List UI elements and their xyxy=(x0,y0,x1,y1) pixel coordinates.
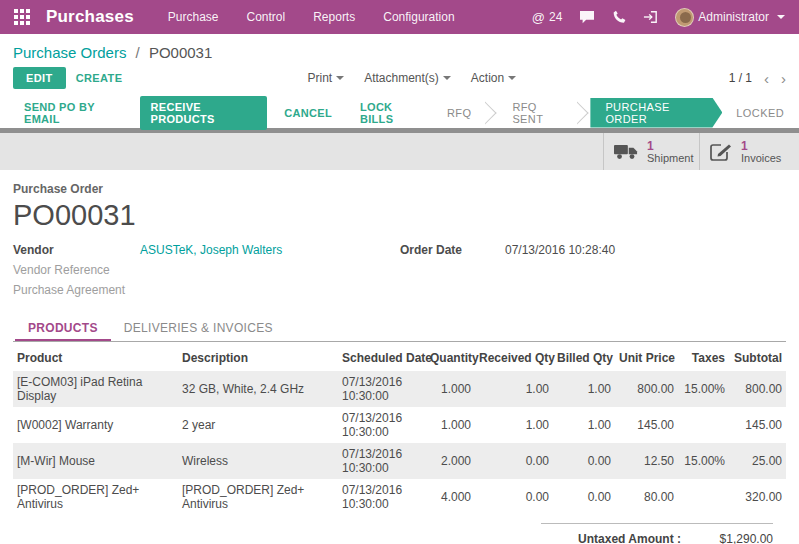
chevron-down-icon xyxy=(443,76,451,84)
col-unit-price: Unit Price xyxy=(615,344,678,371)
main-menu: Purchase Control Reports Configuration xyxy=(168,10,455,24)
vendor-link[interactable]: ASUSTeK, Joseph Walters xyxy=(140,243,282,258)
send-po-by-email-button[interactable]: SEND PO BY EMAIL xyxy=(13,96,134,130)
state-rfq-sent[interactable]: RFQ SENT xyxy=(498,98,577,128)
lock-bills-button[interactable]: LOCK BILLS xyxy=(349,96,433,130)
breadcrumb-current: PO00031 xyxy=(149,44,212,61)
avatar xyxy=(675,8,694,27)
edit-button[interactable]: EDIT xyxy=(13,67,66,89)
shipment-count: 1 xyxy=(647,140,693,152)
attachments-menu[interactable]: Attachment(s) xyxy=(364,71,451,85)
cell-billed-qty: 1.00 xyxy=(553,407,615,443)
cell-billed-qty: 0.00 xyxy=(553,443,615,479)
invoices-count: 1 xyxy=(741,140,781,152)
at-icon: @ xyxy=(532,10,545,25)
table-row[interactable]: [W0002] Warranty 2 year 07/13/201610:30:… xyxy=(13,407,786,443)
pager-previous-icon[interactable]: ‹ xyxy=(764,71,769,86)
cell-quantity: 1.000 xyxy=(426,407,475,443)
menu-purchase[interactable]: Purchase xyxy=(168,10,219,24)
breadcrumb-parent-link[interactable]: Purchase Orders xyxy=(13,44,126,61)
receive-products-button[interactable]: RECEIVE PRODUCTS xyxy=(140,96,268,130)
document-type-label: Purchase Order xyxy=(13,182,786,196)
create-button[interactable]: CREATE xyxy=(66,67,133,89)
tab-deliveries-invoices[interactable]: DELIVERIES & INVOICES xyxy=(111,314,286,341)
pager-next-icon[interactable]: › xyxy=(781,71,786,86)
cell-product: [W0002] Warranty xyxy=(13,407,178,443)
cell-quantity: 2.000 xyxy=(426,443,475,479)
form-sheet: Purchase Order PO00031 Vendor ASUSTeK, J… xyxy=(0,170,799,544)
chat-icon[interactable] xyxy=(579,10,595,24)
cell-quantity: 1.000 xyxy=(426,371,475,407)
col-description: Description xyxy=(178,344,338,371)
chevron-down-icon xyxy=(777,15,785,23)
table-row[interactable]: [E-COM03] iPad Retina Display 32 GB, Whi… xyxy=(13,371,786,407)
cancel-button[interactable]: CANCEL xyxy=(273,102,343,124)
totals-panel: Untaxed Amount : $1,290.00 Taxes : $123.… xyxy=(541,523,773,544)
navbar-right: @ 24 Administrator xyxy=(532,8,785,27)
chevron-down-icon xyxy=(508,76,516,84)
control-panel: Purchase Orders / PO00031 EDIT CREATE Pr… xyxy=(0,34,799,97)
invoices-stat-button[interactable]: 1 Invoices xyxy=(699,133,795,170)
order-date-value: 07/13/2016 10:28:40 xyxy=(505,243,615,258)
col-received-qty: Received Qty xyxy=(475,344,553,371)
cell-unit-price: 12.50 xyxy=(615,443,678,479)
breadcrumb-separator: / xyxy=(136,44,140,61)
vendor-reference-label: Vendor Reference xyxy=(13,263,140,278)
menu-configuration[interactable]: Configuration xyxy=(383,10,454,24)
cell-scheduled-date: 07/13/201610:30:00 xyxy=(338,443,426,479)
phone-icon[interactable] xyxy=(612,10,626,24)
table-row[interactable]: [PROD_ORDER] Zed+ Antivirus [PROD_ORDER]… xyxy=(13,479,786,515)
shipment-label: Shipment xyxy=(647,152,693,164)
statusbar: SEND PO BY EMAIL RECEIVE PRODUCTS CANCEL… xyxy=(0,97,799,128)
state-rfq[interactable]: RFQ xyxy=(433,98,485,128)
print-menu[interactable]: Print xyxy=(307,71,344,85)
table-row[interactable]: [M-Wir] Mouse Wireless 07/13/201610:30:0… xyxy=(13,443,786,479)
col-subtotal: Subtotal xyxy=(729,344,786,371)
user-menu[interactable]: Administrator xyxy=(675,8,785,27)
cell-taxes xyxy=(678,407,729,443)
vendor-label: Vendor xyxy=(13,243,140,258)
cell-subtotal: 800.00 xyxy=(729,371,786,407)
cell-quantity: 4.000 xyxy=(426,479,475,515)
cell-billed-qty: 0.00 xyxy=(553,479,615,515)
messages-counter[interactable]: @ 24 xyxy=(532,10,563,25)
order-date-label: Order Date xyxy=(400,243,505,258)
invoice-icon xyxy=(710,143,732,161)
cell-received-qty: 1.00 xyxy=(475,407,553,443)
untaxed-amount-label: Untaxed Amount : xyxy=(541,532,695,544)
cell-subtotal: 25.00 xyxy=(729,443,786,479)
menu-reports[interactable]: Reports xyxy=(313,10,355,24)
cell-product: [E-COM03] iPad Retina Display xyxy=(13,371,178,407)
user-name: Administrator xyxy=(698,10,769,24)
menu-control[interactable]: Control xyxy=(247,10,286,24)
cell-scheduled-date: 07/13/201610:30:00 xyxy=(338,407,426,443)
cell-scheduled-date: 07/13/201610:30:00 xyxy=(338,479,426,515)
apps-grid-icon[interactable] xyxy=(14,9,30,25)
notebook-tabs: PRODUCTS DELIVERIES & INVOICES xyxy=(13,314,786,342)
state-locked[interactable]: LOCKED xyxy=(722,98,798,128)
top-navbar: Purchases Purchase Control Reports Confi… xyxy=(0,0,799,34)
cell-description: 32 GB, White, 2.4 GHz xyxy=(178,371,338,407)
cell-billed-qty: 1.00 xyxy=(553,371,615,407)
sign-out-icon[interactable] xyxy=(643,10,658,24)
cell-product: [M-Wir] Mouse xyxy=(13,443,178,479)
messages-count: 24 xyxy=(549,10,562,24)
shipment-stat-button[interactable]: 1 Shipment xyxy=(603,133,699,170)
totals-separator xyxy=(541,523,773,524)
action-menu[interactable]: Action xyxy=(471,71,516,85)
col-billed-qty: Billed Qty xyxy=(553,344,615,371)
tab-products[interactable]: PRODUCTS xyxy=(15,314,111,341)
cell-description: 2 year xyxy=(178,407,338,443)
cell-received-qty: 0.00 xyxy=(475,443,553,479)
invoices-label: Invoices xyxy=(741,152,781,164)
app-name[interactable]: Purchases xyxy=(46,7,134,27)
cell-subtotal: 145.00 xyxy=(729,407,786,443)
cell-unit-price: 80.00 xyxy=(615,479,678,515)
col-quantity: Quantity xyxy=(426,344,475,371)
stat-button-band: 1 Shipment 1 Invoices xyxy=(0,133,799,170)
document-name: PO00031 xyxy=(13,199,786,231)
state-purchase-order[interactable]: PURCHASE ORDER xyxy=(590,98,722,128)
col-product: Product xyxy=(13,344,178,371)
truck-icon xyxy=(614,143,638,160)
untaxed-amount-value: $1,290.00 xyxy=(695,532,773,544)
